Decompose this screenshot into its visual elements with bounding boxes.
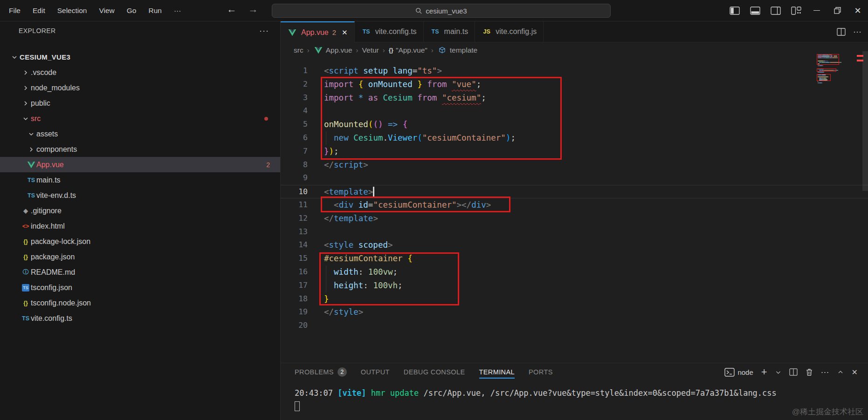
code-line[interactable]: 16 width: 100vw; xyxy=(281,265,868,279)
code-line[interactable]: 18} xyxy=(281,292,868,306)
tree-item-vite-env-d-ts[interactable]: TSvite-env.d.ts xyxy=(0,188,280,203)
tree-item-assets[interactable]: assets xyxy=(0,126,280,142)
tree-item-package-json[interactable]: {}package.json xyxy=(0,249,280,264)
tree-item-tsconfig-node-json[interactable]: {}tsconfig.node.json xyxy=(0,295,280,311)
maximize-panel-icon[interactable] xyxy=(837,369,844,375)
close-window-icon[interactable]: ✕ xyxy=(847,0,868,21)
tab-close-icon[interactable]: ✕ xyxy=(342,28,348,37)
code-line[interactable]: 4 xyxy=(281,104,868,118)
line-number[interactable]: 7 xyxy=(281,145,308,158)
breadcrumb-item[interactable]: template xyxy=(437,46,477,54)
tab-main-ts[interactable]: TSmain.ts xyxy=(424,21,475,42)
line-number[interactable]: 20 xyxy=(281,319,308,332)
menu-edit[interactable]: Edit xyxy=(27,7,51,15)
editor-scrollbar[interactable] xyxy=(862,51,868,191)
line-number[interactable]: 4 xyxy=(281,104,308,118)
code-line[interactable]: 17 height: 100vh; xyxy=(281,279,868,292)
line-number[interactable]: 10 xyxy=(281,185,308,199)
tree-item-components[interactable]: components xyxy=(0,142,280,157)
line-number[interactable]: 12 xyxy=(281,212,308,225)
line-number[interactable]: 9 xyxy=(281,171,308,185)
new-terminal-icon[interactable]: + xyxy=(761,366,767,378)
toggle-sidebar-icon[interactable] xyxy=(724,0,745,21)
terminal-dropdown-icon[interactable] xyxy=(775,369,781,375)
line-number[interactable]: 3 xyxy=(281,91,308,105)
code-line[interactable]: 11 <div id="cesiumContainer"></div> xyxy=(281,198,868,212)
line-number[interactable]: 14 xyxy=(281,238,308,252)
tree-item--gitignore[interactable]: ◈.gitignore xyxy=(0,203,280,218)
line-number[interactable]: 8 xyxy=(281,158,308,172)
code-line[interactable]: 13 xyxy=(281,225,868,239)
line-number[interactable]: 5 xyxy=(281,118,308,131)
line-number[interactable]: 18 xyxy=(281,292,308,306)
tree-item-main-ts[interactable]: TSmain.ts xyxy=(0,172,280,188)
panel-more-icon[interactable]: ··· xyxy=(821,367,829,377)
tree-item-index-html[interactable]: <>index.html xyxy=(0,218,280,234)
breadcrumb-item[interactable]: {}"App.vue" xyxy=(389,46,427,54)
line-number[interactable]: 15 xyxy=(281,252,308,265)
code-line[interactable]: 7}); xyxy=(281,145,868,158)
tree-item-package-lock-json[interactable]: {}package-lock.json xyxy=(0,234,280,249)
kill-terminal-icon[interactable] xyxy=(806,368,813,376)
tab-app-vue[interactable]: App.vue2✕ xyxy=(281,21,355,42)
panel-tab-debug-console[interactable]: DEBUG CONSOLE xyxy=(404,363,465,381)
close-panel-icon[interactable]: ✕ xyxy=(852,368,858,377)
explorer-more-icon[interactable]: ··· xyxy=(259,26,269,36)
code-line[interactable]: 6 new Cesium.Viewer("cesiumContainer"); xyxy=(281,131,868,145)
tree-item--vscode[interactable]: .vscode xyxy=(0,65,280,80)
panel-tab-problems[interactable]: PROBLEMS2 xyxy=(295,363,347,381)
line-number[interactable]: 11 xyxy=(281,198,308,212)
menu-go[interactable]: Go xyxy=(121,7,143,15)
code-line[interactable]: 5onMounted(() => { xyxy=(281,118,868,131)
code-line[interactable]: 2import { onMounted } from "vue"; xyxy=(281,78,868,91)
tree-item-tsconfig-json[interactable]: TStsconfig.json xyxy=(0,280,280,295)
line-number[interactable]: 16 xyxy=(281,265,308,279)
tree-item-vite-config-ts[interactable]: TSvite.config.ts xyxy=(0,311,280,326)
breadcrumb-item[interactable]: App.vue xyxy=(313,46,352,54)
split-terminal-icon[interactable] xyxy=(789,368,798,376)
breadcrumb-item[interactable]: src xyxy=(294,46,303,54)
tree-item-readme-md[interactable]: ⓘREADME.md xyxy=(0,264,280,280)
panel-tab-output[interactable]: OUTPUT xyxy=(361,363,390,381)
toggle-panel-icon[interactable] xyxy=(745,0,765,21)
code-line[interactable]: 1<script setup lang="ts"> xyxy=(281,64,868,78)
tree-item-cesium-vue3[interactable]: CESIUM_VUE3 xyxy=(0,49,280,65)
tree-item-src[interactable]: src xyxy=(0,111,280,126)
tab-vite-config-ts[interactable]: TSvite.config.ts xyxy=(355,21,424,42)
line-number[interactable]: 2 xyxy=(281,78,308,91)
menu-selection[interactable]: Selection xyxy=(51,7,93,15)
line-number[interactable]: 19 xyxy=(281,305,308,319)
line-number[interactable]: 1 xyxy=(281,64,308,78)
tab-vite-config-js[interactable]: JSvite.config.js xyxy=(475,21,544,42)
code-line[interactable]: 14<style scoped> xyxy=(281,238,868,252)
terminal-shell-item[interactable]: node xyxy=(724,368,753,377)
code-line[interactable]: 20 xyxy=(281,319,868,332)
code-line[interactable]: 8</script> xyxy=(281,158,868,172)
panel-tab-terminal[interactable]: TERMINAL xyxy=(479,363,515,381)
toggle-secondary-sidebar-icon[interactable] xyxy=(765,0,786,21)
menu-run[interactable]: Run xyxy=(142,7,167,15)
breadcrumb-item[interactable]: Vetur xyxy=(362,46,379,54)
code-line[interactable]: 3import * as Cesium from "cesium"; xyxy=(281,91,868,105)
code-line[interactable]: 19</style> xyxy=(281,305,868,319)
nav-back-icon[interactable]: ← xyxy=(225,4,239,15)
customize-layout-icon[interactable] xyxy=(786,0,806,21)
code-line[interactable]: 12</template> xyxy=(281,212,868,225)
line-number[interactable]: 6 xyxy=(281,131,308,145)
editor-more-icon[interactable]: ··· xyxy=(853,27,861,37)
panel-tab-ports[interactable]: PORTS xyxy=(529,363,553,381)
tree-item-node-modules[interactable]: node_modules xyxy=(0,80,280,95)
line-number[interactable]: 17 xyxy=(281,279,308,292)
terminal-output[interactable]: 20:43:07 [vite] hmr update /src/App.vue,… xyxy=(295,386,859,413)
code-line[interactable]: 15#cesiumContainer { xyxy=(281,252,868,265)
menu-file[interactable]: File xyxy=(3,7,27,15)
split-editor-icon[interactable] xyxy=(837,28,846,36)
line-number[interactable]: 13 xyxy=(281,225,308,239)
code-editor[interactable]: 1<script setup lang="ts">2import { onMou… xyxy=(281,58,868,363)
tree-item-public[interactable]: public xyxy=(0,95,280,111)
menu-more-icon[interactable]: ··· xyxy=(168,7,187,15)
minimize-icon[interactable] xyxy=(806,0,827,21)
code-line[interactable]: 10<template> xyxy=(281,185,868,198)
tree-item-app-vue[interactable]: App.vue2 xyxy=(0,157,280,172)
command-center-search[interactable]: cesium_vue3 xyxy=(272,4,611,18)
